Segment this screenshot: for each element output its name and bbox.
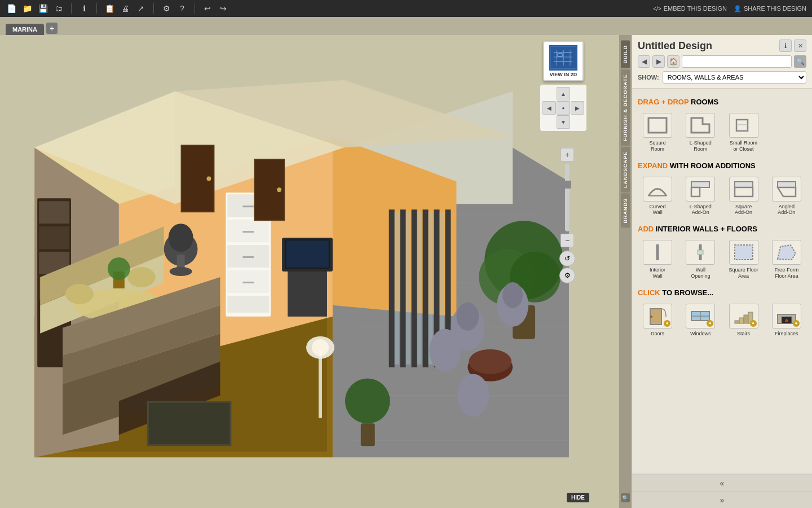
canvas-area[interactable]: VIEW IN 2D ▲ ◀ ● ▶ ▼ + − ↺ ⚙: [0, 35, 632, 508]
embed-button[interactable]: </> EMBED THIS DESIGN: [653, 5, 727, 12]
l-shaped-addon-icon-box: [686, 177, 715, 202]
view-2d-button[interactable]: VIEW IN 2D: [543, 41, 584, 81]
svg-point-32: [127, 267, 156, 287]
square-addon-icon-box: [729, 177, 758, 202]
svg-rect-42: [242, 231, 254, 233]
save-as-icon[interactable]: 🗂: [53, 3, 64, 14]
browse-highlight: CLICK: [638, 288, 660, 297]
share-button[interactable]: 👤 SHARE THIS DESIGN: [734, 5, 806, 12]
interior-wall-label: InteriorWall: [650, 267, 665, 279]
panel-title-row: Untitled Design ℹ ✕: [638, 40, 806, 52]
help-icon[interactable]: ?: [176, 3, 188, 14]
svg-point-79: [430, 329, 461, 372]
svg-rect-25: [39, 226, 69, 249]
svg-point-31: [65, 284, 94, 304]
interior-wall-item[interactable]: InteriorWall: [638, 238, 677, 282]
square-addon-label: SquareAdd-On: [735, 204, 752, 216]
l-shaped-room-item[interactable]: L-ShapedRoom: [681, 111, 720, 155]
svg-rect-116: [735, 245, 753, 260]
svg-rect-108: [735, 182, 753, 187]
svg-rect-41: [242, 205, 254, 207]
panel-search-icon[interactable]: 🔍: [621, 493, 630, 502]
browse-header: CLICK TO BROWSE...: [638, 288, 806, 297]
drag-drop-highlight: DRAG + DROP: [638, 98, 689, 106]
square-floor-area-item[interactable]: Square FloorArea: [724, 238, 764, 282]
panel-title: Untitled Design: [638, 40, 712, 52]
view-settings-button[interactable]: ⚙: [559, 268, 575, 283]
panel-close-button[interactable]: ✕: [794, 40, 806, 52]
export-icon[interactable]: ↗: [135, 3, 147, 14]
show-select[interactable]: ROOMS, WALLS & AREAS: [663, 71, 806, 84]
svg-rect-62: [406, 212, 411, 364]
save-icon[interactable]: 💾: [37, 3, 48, 14]
tab-brands[interactable]: BRANDS: [621, 194, 630, 228]
freeform-floor-area-item[interactable]: Free-FormFloor Area: [767, 238, 806, 282]
small-room-icon-box: [729, 113, 758, 138]
angled-addon-item[interactable]: AngledAdd-On: [767, 174, 806, 218]
square-room-icon-box: [643, 113, 672, 138]
square-addon-item[interactable]: SquareAdd-On: [724, 174, 764, 218]
panel-bottom: « »: [632, 474, 812, 508]
list-icon[interactable]: 📋: [104, 3, 115, 14]
doors-item[interactable]: ● Doors: [638, 301, 677, 339]
svg-rect-24: [39, 201, 69, 224]
panel-forward-button[interactable]: ▶: [652, 55, 665, 68]
new-file-icon[interactable]: 📄: [6, 3, 17, 14]
tab-build[interactable]: BUILD: [621, 41, 630, 68]
svg-rect-55: [389, 209, 395, 367]
panel-collapse-button[interactable]: «: [632, 474, 812, 491]
marina-tab[interactable]: MARINA: [6, 24, 44, 35]
curved-wall-item[interactable]: CurvedWall: [638, 174, 677, 218]
redo-icon[interactable]: ↪: [218, 3, 229, 14]
wall-opening-item[interactable]: WallOpening: [681, 238, 720, 282]
tab-furnish[interactable]: FURNISH & DECORATE: [621, 69, 630, 146]
undo-icon[interactable]: ↩: [202, 3, 213, 14]
tab-bar: MARINA +: [0, 17, 812, 35]
svg-rect-63: [417, 212, 422, 364]
svg-rect-106: [691, 182, 709, 187]
panel-expand-button[interactable]: »: [632, 491, 812, 508]
zoom-in-button[interactable]: +: [561, 148, 574, 161]
zoom-track[interactable]: [565, 164, 570, 231]
panel-info-button[interactable]: ℹ: [779, 40, 792, 52]
view-2d-label: VIEW IN 2D: [550, 72, 577, 77]
fireplaces-label: Fireplaces: [775, 331, 798, 337]
pan-center-button[interactable]: ●: [557, 101, 570, 115]
l-shaped-addon-item[interactable]: L-ShapedAdd-On: [681, 174, 720, 218]
print-icon[interactable]: 🖨: [120, 3, 131, 14]
add-tab-button[interactable]: +: [46, 23, 58, 34]
hide-button[interactable]: HIDE: [567, 493, 589, 502]
panel-search-input[interactable]: [682, 55, 792, 68]
pan-right-button[interactable]: ▶: [571, 101, 584, 115]
fireplaces-item[interactable]: ● Fireplaces: [767, 301, 806, 339]
small-room-item[interactable]: Small Roomor Closet: [724, 111, 764, 155]
panel-back-button[interactable]: ◀: [638, 55, 650, 68]
tab-landscape[interactable]: LANDSCAPE: [621, 147, 630, 192]
show-label: SHOW:: [638, 74, 659, 81]
panel-nav: ◀ ▶ 🏠 🔍: [638, 55, 806, 68]
pan-up-button[interactable]: ▲: [557, 87, 570, 100]
windows-item[interactable]: ● Windows: [681, 301, 720, 339]
svg-rect-44: [242, 282, 254, 283]
settings-icon[interactable]: ⚙: [161, 3, 172, 14]
svg-point-73: [456, 303, 479, 331]
info-icon[interactable]: ℹ: [78, 3, 90, 14]
zoom-thumb[interactable]: [563, 181, 571, 189]
pan-down-button[interactable]: ▼: [557, 115, 570, 129]
svg-point-71: [345, 379, 390, 424]
open-file-icon[interactable]: 📁: [21, 3, 33, 14]
svg-point-54: [277, 187, 281, 192]
svg-point-51: [206, 176, 211, 181]
panel-home-button[interactable]: 🏠: [667, 55, 679, 68]
panel-search-button[interactable]: 🔍: [794, 55, 806, 68]
l-shaped-addon-label: L-ShapedAdd-On: [690, 204, 712, 216]
stairs-item[interactable]: ● Stairs: [724, 301, 764, 339]
square-room-item[interactable]: SquareRoom: [638, 111, 677, 155]
wall-opening-label: WallOpening: [691, 267, 710, 279]
reset-view-button[interactable]: ↺: [559, 251, 575, 266]
zoom-controls: + − ↺ ⚙: [559, 148, 575, 283]
zoom-out-button[interactable]: −: [561, 234, 574, 247]
top-toolbar: 📄 📁 💾 🗂 ℹ 📋 🖨 ↗ ⚙ ? ↩ ↪ </> EMBED THIS D…: [0, 0, 812, 17]
pan-left-button[interactable]: ◀: [542, 101, 556, 115]
interior-grid: InteriorWall WallOpening: [638, 238, 806, 282]
